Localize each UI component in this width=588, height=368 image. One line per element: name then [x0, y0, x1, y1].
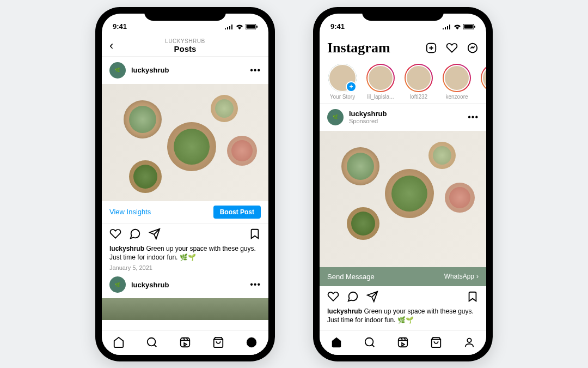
sponsored-label: Sponsored [349, 118, 462, 124]
reels-tab[interactable] [179, 336, 191, 348]
shop-tab[interactable] [212, 336, 224, 348]
instagram-logo[interactable]: Instagram [327, 40, 390, 56]
avatar[interactable]: 🌿 [109, 276, 126, 293]
post-username[interactable]: luckyshrub [131, 66, 244, 74]
share-icon[interactable] [366, 291, 378, 303]
comment-icon[interactable] [129, 228, 141, 240]
home-tab[interactable] [330, 336, 342, 348]
battery-icon [246, 24, 258, 29]
like-icon[interactable] [109, 228, 121, 240]
reels-tab[interactable] [397, 336, 409, 348]
svg-point-11 [365, 338, 373, 346]
wifi-icon [454, 24, 461, 29]
save-icon[interactable] [467, 291, 479, 303]
story-ring [366, 64, 395, 92]
post-more-button[interactable]: ••• [250, 280, 261, 289]
profile-tab[interactable] [463, 336, 475, 348]
boost-row: View Insights Boost Post [102, 201, 268, 224]
back-button[interactable]: ‹ [109, 39, 113, 53]
story-avatar [406, 65, 432, 91]
story-ring [328, 64, 357, 92]
story-name: lil_lapisla... [367, 94, 394, 100]
boost-post-button[interactable]: Boost Post [213, 206, 261, 219]
story-item[interactable]: sap [480, 64, 486, 100]
save-icon[interactable] [249, 228, 261, 240]
story-name: Your Story [330, 94, 355, 100]
post-username[interactable]: luckyshrub [349, 110, 462, 118]
story-avatar [367, 65, 394, 91]
story-avatar [482, 65, 486, 91]
screen-left: 9:41 ‹ LUCKYSHRUB Posts 🌿 luckyshrub •••… [102, 14, 268, 355]
create-icon[interactable] [425, 42, 437, 54]
post2-image[interactable] [102, 298, 268, 320]
svg-rect-8 [474, 26, 475, 28]
home-tab[interactable] [113, 336, 125, 348]
status-time: 9:41 [330, 22, 345, 31]
story-ring [481, 64, 486, 92]
notch [362, 7, 444, 21]
story-item[interactable]: Your Story [327, 64, 358, 100]
status-icons [443, 24, 475, 29]
svg-point-13 [468, 339, 471, 342]
header: Instagram [320, 35, 486, 61]
cta-platform: WhatsApp [444, 273, 474, 280]
post-caption: luckyshrub Green up your space with thes… [102, 244, 268, 265]
signal-icon [443, 24, 451, 29]
cta-label: Send Message [327, 273, 375, 281]
search-tab[interactable] [146, 336, 158, 348]
screen-right: 9:41 Instagram Your Storylil_lapisla...l… [320, 14, 486, 355]
like-icon[interactable] [327, 291, 339, 303]
story-name: kenzoore [445, 94, 468, 100]
post2-header: 🌿 luckyshrub ••• [102, 271, 268, 298]
svg-rect-7 [464, 25, 473, 28]
story-ring [405, 64, 433, 92]
story-avatar [444, 65, 470, 91]
post-more-button[interactable]: ••• [468, 112, 479, 122]
post-header: 🌿 luckyshrub ••• [102, 57, 268, 84]
post-more-button[interactable]: ••• [250, 65, 261, 75]
svg-rect-1 [247, 25, 255, 28]
svg-point-5 [247, 337, 256, 347]
post-actions [320, 286, 486, 307]
header-brand: LUCKYSHRUB [165, 38, 205, 44]
share-icon[interactable] [149, 228, 161, 240]
search-tab[interactable] [364, 336, 376, 348]
battery-icon [463, 24, 475, 29]
signal-icon [225, 24, 234, 29]
story-avatar [328, 64, 357, 92]
wifi-icon [236, 24, 243, 29]
tab-bar [102, 330, 268, 355]
post-caption: luckyshrub Green up your space with thes… [320, 307, 486, 328]
post-actions [102, 224, 268, 244]
post-date: January 5, 2021 [102, 264, 268, 271]
profile-tab[interactable] [246, 336, 258, 348]
status-time: 9:41 [113, 22, 127, 31]
post-image[interactable] [320, 131, 486, 267]
comment-icon[interactable] [347, 291, 359, 303]
view-insights-link[interactable]: View Insights [109, 208, 151, 216]
notch [144, 7, 226, 21]
cta-bar[interactable]: Send Message WhatsApp › [320, 267, 486, 286]
story-item[interactable]: kenzoore [442, 64, 472, 100]
svg-rect-2 [256, 26, 258, 28]
post-image[interactable] [102, 84, 268, 201]
shop-tab[interactable] [430, 336, 442, 348]
chevron-right-icon: › [476, 273, 479, 280]
phone-right: 9:41 Instagram Your Storylil_lapisla...l… [313, 7, 493, 361]
post-username[interactable]: luckyshrub [131, 281, 244, 289]
story-item[interactable]: lofti232 [403, 64, 434, 100]
post-header: 🌿 luckyshrub Sponsored ••• [320, 104, 486, 131]
story-ring [443, 64, 471, 92]
tab-bar [320, 330, 486, 355]
stories-tray[interactable]: Your Storylil_lapisla...lofti232kenzoore… [320, 61, 486, 104]
story-item[interactable]: lil_lapisla... [365, 64, 396, 100]
svg-point-3 [148, 338, 156, 346]
header-title: Posts [165, 44, 205, 53]
avatar[interactable]: 🌿 [327, 109, 344, 125]
messenger-icon[interactable] [467, 42, 479, 54]
header: ‹ LUCKYSHRUB Posts [102, 35, 268, 57]
status-icons [225, 24, 258, 29]
activity-icon[interactable] [446, 42, 458, 54]
story-name: lofti232 [410, 94, 427, 100]
avatar[interactable]: 🌿 [109, 62, 126, 79]
